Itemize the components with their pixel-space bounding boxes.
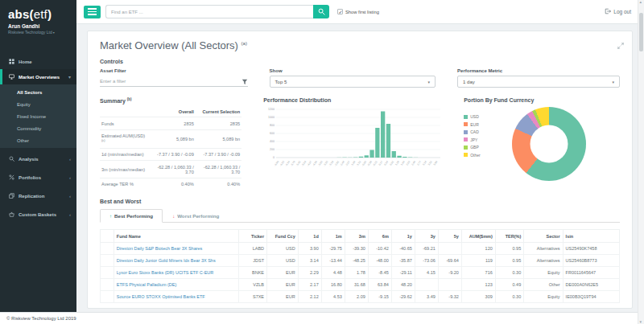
- bw-row-bnke: Lyxor Euro Stoxx Banks (DR) UCITS ETF C-…: [101, 267, 620, 279]
- bw-col-ticker: Ticker: [238, 230, 266, 243]
- sidebar-item-label: Home: [19, 59, 68, 64]
- summary-heading: Summary (b): [100, 97, 242, 104]
- legend-item-usd: USD: [464, 114, 496, 119]
- legend-label: USD: [470, 114, 479, 119]
- caret-down-icon: [428, 80, 431, 84]
- histogram-x-label: 2.40: [411, 160, 417, 166]
- sidebar-subitem-other[interactable]: Other: [0, 134, 76, 146]
- fund-name-link[interactable]: Lyxor Euro Stoxx Banks (DR) UCITS ETF C-…: [117, 270, 214, 275]
- svg-text:0: 0: [273, 156, 275, 159]
- legend-item-eur: EUR: [464, 122, 496, 127]
- sidebar-item-portfolios[interactable]: Portfolios‹: [0, 170, 76, 185]
- isin-cell: FR0011645647: [563, 267, 619, 279]
- svg-text:200: 200: [270, 148, 275, 151]
- histogram-x-label: 3.52: [427, 160, 433, 166]
- sidebar-subitem-equity[interactable]: Equity: [0, 98, 76, 110]
- fund-name-link[interactable]: ETFS Physical Palladium (DE): [117, 282, 177, 287]
- bw-row-jdst: Direxion Daily Junior Gold Miners Idx Be…: [101, 255, 620, 267]
- return-cell: -9.32: [438, 291, 461, 303]
- isin-cell: US25460B8773: [563, 255, 619, 267]
- legend-swatch: [464, 130, 468, 134]
- sidebar-item-market-overviews[interactable]: Market Overviews▾: [0, 69, 76, 84]
- tab-worst-performing[interactable]: ↓Worst Performing: [163, 209, 229, 223]
- isin-cell: DE000A0N62E5: [563, 279, 619, 291]
- return-cell: -73.06: [415, 255, 438, 267]
- caret-down-icon: [612, 80, 614, 84]
- fund-ccy-cell: EUR: [267, 291, 299, 303]
- return-cell: -29.62: [391, 291, 415, 303]
- tab-best-performing[interactable]: ↑Best Performing: [100, 209, 163, 223]
- histogram-bar: [402, 157, 407, 158]
- histogram-bar: [392, 151, 396, 158]
- return-cell: -69.21: [415, 243, 438, 255]
- return-cell: 2.09: [345, 291, 368, 303]
- expand-icon[interactable]: [617, 38, 624, 52]
- bw-col-3y: 3y: [415, 230, 438, 243]
- return-cell: [438, 243, 461, 255]
- vertical-scrollbar[interactable]: [638, 0, 644, 324]
- chevron-left-icon: ‹: [69, 194, 71, 199]
- sidebar-item-label: Replication: [19, 194, 66, 199]
- fund-name-link[interactable]: Source EURO STOXX Optimised Banks ETF: [117, 294, 205, 299]
- fund-ccy-cell: EUR: [267, 267, 299, 279]
- return-cell: 48.20: [391, 279, 415, 291]
- search-input[interactable]: [105, 5, 313, 18]
- aum-cell: 119: [461, 255, 495, 267]
- summary-row-estimated-aum-usd-: Estimated AUM(USD) (c)5,089 bn5,089 bn: [100, 129, 242, 148]
- bw-row-labd: Direxion Daily S&P Biotech Bear 3X Share…: [101, 243, 620, 255]
- summary-current-value: 5,089 bn: [196, 129, 242, 148]
- checkbox-checked-icon: [337, 9, 343, 14]
- sidebar-item-analysis[interactable]: Analysis‹: [0, 151, 76, 166]
- sidebar-item-home[interactable]: Home: [0, 54, 76, 69]
- aum-cell: 123: [461, 279, 495, 291]
- histogram-x-label: -0.95: [361, 160, 368, 166]
- fund-name-link[interactable]: Direxion Daily Junior Gold Miners Idx Be…: [117, 258, 216, 263]
- bw-col-1d: 1d: [298, 230, 321, 243]
- sidebar-item-custom-baskets[interactable]: Custom Baskets‹: [0, 207, 76, 222]
- submenu-market-overviews: All SectorsEquityFixed IncomeCommodityOt…: [0, 84, 76, 148]
- show-select[interactable]: Top 5: [270, 76, 436, 88]
- ticker-cell: S7XE: [238, 291, 266, 303]
- return-cell: 1.78: [345, 267, 368, 279]
- logout-button[interactable]: Log out: [605, 8, 631, 15]
- footnote-ref: (c): [101, 138, 105, 142]
- return-cell: 3.49: [415, 291, 438, 303]
- performance-metric-select[interactable]: 1 day: [457, 76, 620, 88]
- return-cell: -10.42: [368, 243, 391, 255]
- show-first-listing-checkbox[interactable]: Show first listing: [337, 9, 379, 14]
- checkbox-label: Show first listing: [345, 10, 379, 14]
- histogram-x-label: -1.32: [356, 160, 362, 166]
- ter-cell: 0.30: [495, 267, 523, 279]
- bw-col-sector: Sector: [524, 230, 563, 243]
- summary-overall-value: 5,089 bn: [150, 129, 196, 148]
- return-cell: 4.53: [321, 291, 345, 303]
- monitor-icon: [9, 74, 15, 80]
- fund-name-link[interactable]: Direxion Daily S&P Biotech Bear 3X Share…: [117, 246, 203, 251]
- legend-swatch: [464, 137, 468, 141]
- histogram-x-label: -0.58: [367, 160, 374, 166]
- sidebar-subitem-commodity[interactable]: Commodity: [0, 122, 76, 134]
- return-cell: 4.15: [415, 267, 438, 279]
- sidebar-item-label: Market Overviews: [19, 75, 65, 80]
- bw-col-fund-ccy: Fund Ccy: [267, 230, 299, 243]
- return-cell: -29.11: [391, 267, 415, 279]
- sidebar-subitem-fixed-income[interactable]: Fixed Income: [0, 110, 76, 122]
- bw-col-isin: Isin: [563, 230, 619, 243]
- best-and-worst-section: Best and Worst ↑Best Performing↓Worst Pe…: [100, 199, 620, 303]
- user-org-dropdown[interactable]: Riskview Technology Ltd: [8, 30, 68, 35]
- scrollbar-thumb[interactable]: [639, 13, 643, 51]
- asset-filter-input[interactable]: [100, 79, 242, 84]
- bw-col-1y: 1y: [391, 230, 415, 243]
- legend-item-other: Other: [464, 153, 496, 158]
- summary-col-overall: Overall: [150, 107, 196, 117]
- return-cell: -13.44: [321, 255, 345, 267]
- legend-swatch: [464, 122, 468, 126]
- sidebar-item-replication[interactable]: Replication‹: [0, 188, 76, 203]
- histogram-x-label: 3.14: [422, 160, 427, 166]
- best-and-worst-heading: Best and Worst: [100, 199, 620, 204]
- logout-label: Log out: [613, 9, 631, 14]
- sidebar-subitem-all-sectors[interactable]: All Sectors: [0, 86, 76, 98]
- hamburger-menu-button[interactable]: [84, 6, 101, 18]
- chevron-left-icon: ‹: [69, 157, 71, 162]
- search-button[interactable]: [313, 5, 329, 18]
